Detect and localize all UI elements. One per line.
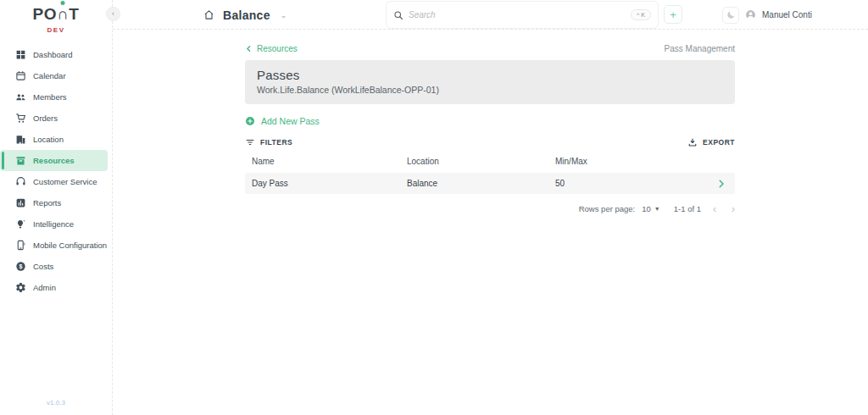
building-icon	[15, 134, 26, 145]
section-label: Pass Management	[665, 44, 735, 53]
card-title: Passes	[257, 68, 723, 82]
user-avatar[interactable]	[745, 9, 756, 20]
rows-per-page-label: Rows per page:	[579, 204, 636, 213]
logo-dot	[61, 1, 65, 5]
column-header-location: Location	[407, 157, 555, 166]
avatar-icon	[745, 9, 756, 20]
page-range: 1-1 of 1	[674, 204, 701, 213]
sidebar-item-label: Admin	[33, 283, 56, 292]
sidebar-item-intelligence[interactable]: Intelligence	[0, 213, 112, 235]
cell-minmax: 50	[555, 179, 716, 188]
plus-circle-icon	[245, 116, 255, 126]
sidebar-item-label: Calendar	[33, 71, 66, 80]
sidebar-item-label: Intelligence	[33, 219, 74, 229]
back-link-label: Resources	[257, 44, 298, 53]
topbar-right: Manuel Conti	[722, 0, 812, 30]
dashboard-icon	[15, 49, 26, 60]
chevron-right-icon[interactable]	[716, 179, 726, 189]
search-box[interactable]: ^ K	[386, 1, 659, 29]
moon-icon	[726, 10, 736, 19]
filter-icon	[245, 137, 255, 147]
sidebar-item-orders[interactable]: Orders	[0, 108, 112, 129]
download-icon	[687, 137, 698, 147]
sidebar-item-label: Members	[33, 92, 67, 102]
brand-logo: PO∩T	[0, 5, 112, 24]
table-row[interactable]: Day Pass Balance 50	[245, 173, 735, 194]
sidebar-item-members[interactable]: Members	[0, 86, 112, 108]
environment-badge: DEV	[0, 26, 112, 34]
sidebar-item-mobile-configuration[interactable]: Mobile Configuration	[0, 235, 112, 256]
sidebar-item-label: Location	[33, 135, 64, 144]
sidebar-item-label: Customer Service	[33, 177, 97, 186]
breadcrumb: Resources Pass Management	[245, 44, 735, 53]
logo-text-suffix: T	[69, 5, 79, 23]
sidebar-item-admin[interactable]: Admin	[0, 277, 112, 298]
app-version: v1.0.3	[0, 399, 112, 407]
sidebar-menu: Dashboard Calendar Members Orders Locati…	[0, 44, 112, 298]
cart-icon	[15, 113, 26, 124]
page-nav: ‹ ›	[713, 205, 735, 213]
filters-button[interactable]: FILTERS	[245, 137, 292, 147]
add-new-pass-label: Add New Pass	[261, 116, 320, 126]
dark-mode-toggle[interactable]	[722, 7, 739, 24]
lightbulb-icon	[15, 219, 26, 230]
sidebar: PO∩T DEV Dashboard Calendar Members Orde…	[0, 0, 113, 415]
search-input[interactable]	[409, 10, 626, 19]
sidebar-item-calendar[interactable]: Calendar	[0, 65, 112, 86]
page-title: Balance	[223, 8, 270, 22]
global-add-button[interactable]: +	[664, 5, 682, 24]
column-header-name: Name	[252, 157, 407, 166]
svg-text:$: $	[19, 263, 23, 270]
rows-per-page-value: 10	[642, 204, 651, 213]
caret-down-icon: ▼	[654, 206, 660, 212]
search-icon	[393, 10, 403, 20]
calendar-icon	[15, 70, 26, 81]
sidebar-item-label: Dashboard	[33, 50, 72, 59]
user-name[interactable]: Manuel Conti	[762, 10, 812, 19]
column-header-minmax: Min/Max	[555, 157, 716, 166]
sidebar-item-dashboard[interactable]: Dashboard	[0, 44, 112, 65]
sidebar-item-label: Reports	[33, 198, 61, 208]
sidebar-item-customer-service[interactable]: Customer Service	[0, 171, 112, 192]
archive-box-icon	[15, 155, 26, 166]
keyboard-shortcut-badge: ^ K	[631, 9, 651, 20]
next-page-button[interactable]: ›	[732, 205, 735, 213]
main-content: Resources Pass Management Passes Work.Li…	[245, 30, 735, 213]
rows-per-page-select[interactable]: 10 ▼	[642, 204, 660, 213]
sidebar-item-label: Resources	[33, 156, 75, 165]
sidebar-item-resources[interactable]: Resources	[0, 150, 108, 171]
sidebar-item-label: Orders	[33, 113, 58, 123]
sidebar-item-label: Mobile Configuration	[33, 241, 107, 250]
pagination: Rows per page: 10 ▼ 1-1 of 1 ‹ ›	[245, 204, 735, 213]
admin-gear-icon	[15, 282, 26, 293]
sidebar-item-location[interactable]: Location	[0, 129, 112, 150]
sidebar-item-reports[interactable]: Reports	[0, 192, 112, 213]
chevron-left-icon	[245, 45, 253, 53]
smartphone-icon	[15, 240, 26, 251]
page-context: Balance ⌄	[203, 0, 287, 30]
passes-header-card: Passes Work.Life.Balance (WorkLifeBalanc…	[245, 60, 735, 104]
prev-page-button[interactable]: ‹	[713, 205, 716, 213]
logo-text-prefix: PO	[33, 5, 57, 23]
home-icon[interactable]	[203, 9, 214, 20]
sidebar-item-label: Costs	[33, 262, 53, 271]
dollar-circle-icon: $	[15, 261, 26, 272]
table-toolbar: FILTERS EXPORT	[245, 137, 735, 147]
filters-label: FILTERS	[260, 138, 292, 147]
logo-text-n: ∩	[57, 5, 69, 23]
add-new-pass-button[interactable]: Add New Pass	[245, 116, 320, 126]
sidebar-collapse-button[interactable]: ‹	[106, 7, 120, 21]
cell-location: Balance	[407, 179, 555, 188]
back-to-resources-link[interactable]: Resources	[245, 44, 298, 53]
reports-chart-icon	[15, 197, 26, 208]
card-subtitle: Work.Life.Balance (WorkLifeBalance-OPP-0…	[257, 85, 723, 95]
headset-icon	[15, 176, 26, 187]
topbar: Balance ⌄ ^ K + Manuel Conti	[113, 0, 868, 30]
sidebar-item-costs[interactable]: $ Costs	[0, 256, 112, 277]
cell-name: Day Pass	[252, 179, 407, 188]
export-label: EXPORT	[703, 138, 735, 147]
chevron-down-icon[interactable]: ⌄	[281, 11, 287, 19]
members-icon	[15, 91, 26, 102]
app-window: PO∩T DEV Dashboard Calendar Members Orde…	[0, 0, 868, 415]
export-button[interactable]: EXPORT	[687, 137, 735, 147]
